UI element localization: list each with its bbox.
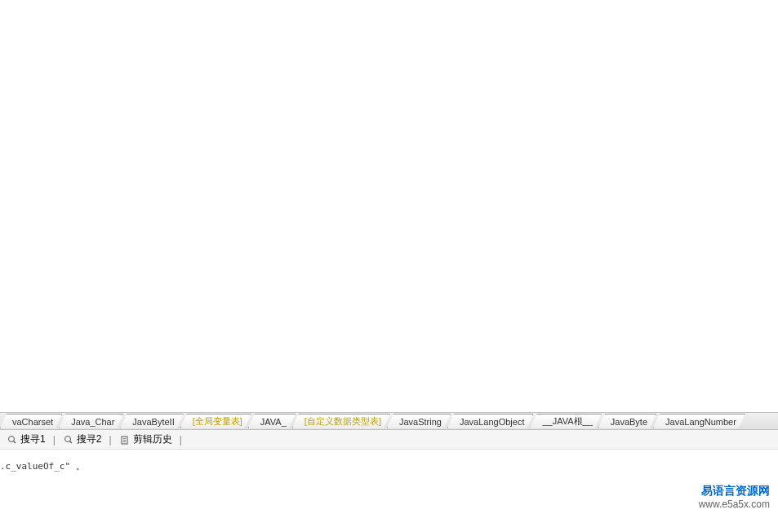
tab-java[interactable]: JAVA_	[248, 414, 296, 428]
tab-label: JavaByteII	[132, 417, 174, 427]
code-text: .c_valueOf_c" 。	[0, 460, 85, 472]
search-icon	[63, 434, 74, 446]
svg-point-0	[9, 436, 15, 441]
tab-javalangnumber[interactable]: JavaLangNumber	[653, 414, 745, 428]
tab-bar: vaCharset Java_Char JavaByteII [全局变量表] J…	[0, 412, 778, 430]
tab-label: [自定义数据类型表]	[305, 415, 381, 428]
watermark-title: 易语言资源网	[699, 484, 770, 499]
svg-line-1	[14, 441, 16, 443]
search-1-label: 搜寻1	[20, 432, 46, 446]
search-icon	[7, 434, 18, 446]
tab-javabyteii[interactable]: JavaByteII	[120, 414, 183, 428]
tab-java-root[interactable]: __JAVA根__	[530, 414, 601, 428]
content-area	[0, 0, 778, 412]
tab-javabyte[interactable]: JavaByte	[598, 414, 656, 428]
tab-vacharset[interactable]: vaCharset	[0, 414, 62, 428]
tab-label: JavaString	[399, 417, 442, 427]
watermark-url: www.e5a5x.com	[699, 499, 770, 510]
clip-history-label: 剪辑历史	[133, 432, 172, 446]
bottom-panel: .c_valueOf_c" 。 易语言资源网 www.e5a5x.com	[0, 450, 778, 513]
clip-history-tab[interactable]: 剪辑历史	[116, 432, 176, 446]
search-2-tab[interactable]: 搜寻2	[60, 432, 105, 446]
divider: |	[109, 434, 113, 446]
tab-label: vaCharset	[12, 417, 53, 427]
svg-point-2	[64, 436, 70, 441]
clipboard-icon	[119, 434, 131, 446]
tab-javastring[interactable]: JavaString	[387, 414, 451, 428]
tab-label: JAVA_	[260, 417, 287, 427]
divider: |	[179, 434, 183, 446]
divider: |	[52, 434, 56, 446]
tab-label: JavaLangNumber	[665, 417, 736, 427]
tab-label: Java_Char	[71, 417, 114, 427]
svg-line-3	[69, 441, 72, 443]
tab-label: JavaLangObject	[460, 417, 525, 427]
tab-custom-data-types[interactable]: [自定义数据类型表]	[292, 414, 390, 428]
search-2-label: 搜寻2	[77, 432, 102, 446]
tab-javalangobject[interactable]: JavaLangObject	[447, 414, 534, 428]
search-1-tab[interactable]: 搜寻1	[3, 432, 49, 446]
watermark: 易语言资源网 www.e5a5x.com	[699, 484, 770, 510]
tab-label: [全局变量表]	[193, 415, 242, 428]
search-bar: 搜寻1 | 搜寻2 | 剪辑历史 |	[0, 430, 778, 450]
tab-global-vars[interactable]: [全局变量表]	[180, 414, 251, 428]
tab-java-char[interactable]: Java_Char	[59, 414, 123, 428]
tab-label: __JAVA根__	[542, 415, 592, 428]
tab-label: JavaByte	[611, 417, 647, 427]
